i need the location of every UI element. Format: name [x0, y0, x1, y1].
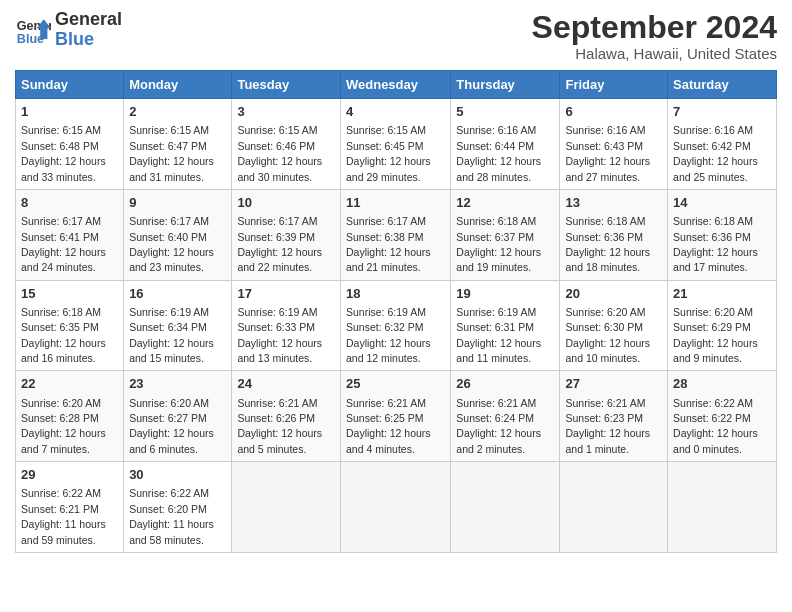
cell-content: Sunrise: 6:21 AMSunset: 6:25 PMDaylight:…	[346, 397, 431, 455]
day-number: 12	[456, 194, 554, 212]
cell-content: Sunrise: 6:18 AMSunset: 6:35 PMDaylight:…	[21, 306, 106, 364]
cell-content: Sunrise: 6:17 AMSunset: 6:39 PMDaylight:…	[237, 215, 322, 273]
cell-content: Sunrise: 6:22 AMSunset: 6:21 PMDaylight:…	[21, 487, 106, 545]
calendar-header-sunday: Sunday	[16, 71, 124, 99]
calendar-cell: 19 Sunrise: 6:19 AMSunset: 6:31 PMDaylig…	[451, 280, 560, 371]
calendar-cell	[340, 462, 450, 553]
calendar-cell: 6 Sunrise: 6:16 AMSunset: 6:43 PMDayligh…	[560, 99, 668, 190]
calendar-cell: 27 Sunrise: 6:21 AMSunset: 6:23 PMDaylig…	[560, 371, 668, 462]
calendar-header-friday: Friday	[560, 71, 668, 99]
day-number: 22	[21, 375, 118, 393]
calendar-header-thursday: Thursday	[451, 71, 560, 99]
calendar-cell: 16 Sunrise: 6:19 AMSunset: 6:34 PMDaylig…	[124, 280, 232, 371]
calendar-cell: 14 Sunrise: 6:18 AMSunset: 6:36 PMDaylig…	[668, 189, 777, 280]
logo-icon: General Blue	[15, 12, 51, 48]
day-number: 14	[673, 194, 771, 212]
calendar-header-tuesday: Tuesday	[232, 71, 341, 99]
calendar-week-3: 15 Sunrise: 6:18 AMSunset: 6:35 PMDaylig…	[16, 280, 777, 371]
cell-content: Sunrise: 6:19 AMSunset: 6:34 PMDaylight:…	[129, 306, 214, 364]
cell-content: Sunrise: 6:17 AMSunset: 6:41 PMDaylight:…	[21, 215, 106, 273]
calendar-cell	[668, 462, 777, 553]
calendar-cell: 11 Sunrise: 6:17 AMSunset: 6:38 PMDaylig…	[340, 189, 450, 280]
logo-text: General Blue	[55, 10, 122, 50]
title-area: September 2024 Halawa, Hawaii, United St…	[532, 10, 777, 62]
cell-content: Sunrise: 6:15 AMSunset: 6:46 PMDaylight:…	[237, 124, 322, 182]
cell-content: Sunrise: 6:18 AMSunset: 6:36 PMDaylight:…	[673, 215, 758, 273]
calendar-cell: 23 Sunrise: 6:20 AMSunset: 6:27 PMDaylig…	[124, 371, 232, 462]
calendar-header-row: SundayMondayTuesdayWednesdayThursdayFrid…	[16, 71, 777, 99]
cell-content: Sunrise: 6:20 AMSunset: 6:27 PMDaylight:…	[129, 397, 214, 455]
cell-content: Sunrise: 6:15 AMSunset: 6:45 PMDaylight:…	[346, 124, 431, 182]
calendar-cell: 29 Sunrise: 6:22 AMSunset: 6:21 PMDaylig…	[16, 462, 124, 553]
svg-text:Blue: Blue	[17, 31, 44, 45]
calendar-cell: 3 Sunrise: 6:15 AMSunset: 6:46 PMDayligh…	[232, 99, 341, 190]
header: General Blue General Blue September 2024…	[15, 10, 777, 62]
calendar-cell: 28 Sunrise: 6:22 AMSunset: 6:22 PMDaylig…	[668, 371, 777, 462]
cell-content: Sunrise: 6:21 AMSunset: 6:26 PMDaylight:…	[237, 397, 322, 455]
cell-content: Sunrise: 6:17 AMSunset: 6:38 PMDaylight:…	[346, 215, 431, 273]
calendar-cell: 8 Sunrise: 6:17 AMSunset: 6:41 PMDayligh…	[16, 189, 124, 280]
calendar-cell: 4 Sunrise: 6:15 AMSunset: 6:45 PMDayligh…	[340, 99, 450, 190]
cell-content: Sunrise: 6:16 AMSunset: 6:42 PMDaylight:…	[673, 124, 758, 182]
day-number: 1	[21, 103, 118, 121]
day-number: 29	[21, 466, 118, 484]
day-number: 3	[237, 103, 335, 121]
day-number: 10	[237, 194, 335, 212]
cell-content: Sunrise: 6:20 AMSunset: 6:28 PMDaylight:…	[21, 397, 106, 455]
day-number: 26	[456, 375, 554, 393]
cell-content: Sunrise: 6:20 AMSunset: 6:30 PMDaylight:…	[565, 306, 650, 364]
calendar-cell: 17 Sunrise: 6:19 AMSunset: 6:33 PMDaylig…	[232, 280, 341, 371]
day-number: 13	[565, 194, 662, 212]
calendar-cell: 15 Sunrise: 6:18 AMSunset: 6:35 PMDaylig…	[16, 280, 124, 371]
day-number: 25	[346, 375, 445, 393]
cell-content: Sunrise: 6:18 AMSunset: 6:36 PMDaylight:…	[565, 215, 650, 273]
calendar-cell: 21 Sunrise: 6:20 AMSunset: 6:29 PMDaylig…	[668, 280, 777, 371]
day-number: 24	[237, 375, 335, 393]
logo: General Blue General Blue	[15, 10, 122, 50]
cell-content: Sunrise: 6:16 AMSunset: 6:43 PMDaylight:…	[565, 124, 650, 182]
cell-content: Sunrise: 6:22 AMSunset: 6:20 PMDaylight:…	[129, 487, 214, 545]
calendar-header-wednesday: Wednesday	[340, 71, 450, 99]
day-number: 6	[565, 103, 662, 121]
cell-content: Sunrise: 6:19 AMSunset: 6:32 PMDaylight:…	[346, 306, 431, 364]
calendar-cell: 13 Sunrise: 6:18 AMSunset: 6:36 PMDaylig…	[560, 189, 668, 280]
cell-content: Sunrise: 6:15 AMSunset: 6:47 PMDaylight:…	[129, 124, 214, 182]
day-number: 28	[673, 375, 771, 393]
calendar-cell: 9 Sunrise: 6:17 AMSunset: 6:40 PMDayligh…	[124, 189, 232, 280]
calendar-cell: 24 Sunrise: 6:21 AMSunset: 6:26 PMDaylig…	[232, 371, 341, 462]
cell-content: Sunrise: 6:19 AMSunset: 6:33 PMDaylight:…	[237, 306, 322, 364]
calendar-cell: 2 Sunrise: 6:15 AMSunset: 6:47 PMDayligh…	[124, 99, 232, 190]
cell-content: Sunrise: 6:17 AMSunset: 6:40 PMDaylight:…	[129, 215, 214, 273]
day-number: 9	[129, 194, 226, 212]
calendar-cell: 5 Sunrise: 6:16 AMSunset: 6:44 PMDayligh…	[451, 99, 560, 190]
cell-content: Sunrise: 6:22 AMSunset: 6:22 PMDaylight:…	[673, 397, 758, 455]
calendar-week-1: 1 Sunrise: 6:15 AMSunset: 6:48 PMDayligh…	[16, 99, 777, 190]
logo-line2: Blue	[55, 30, 122, 50]
day-number: 5	[456, 103, 554, 121]
day-number: 18	[346, 285, 445, 303]
day-number: 4	[346, 103, 445, 121]
cell-content: Sunrise: 6:21 AMSunset: 6:23 PMDaylight:…	[565, 397, 650, 455]
calendar-cell: 12 Sunrise: 6:18 AMSunset: 6:37 PMDaylig…	[451, 189, 560, 280]
day-number: 23	[129, 375, 226, 393]
calendar-week-2: 8 Sunrise: 6:17 AMSunset: 6:41 PMDayligh…	[16, 189, 777, 280]
day-number: 27	[565, 375, 662, 393]
cell-content: Sunrise: 6:18 AMSunset: 6:37 PMDaylight:…	[456, 215, 541, 273]
cell-content: Sunrise: 6:20 AMSunset: 6:29 PMDaylight:…	[673, 306, 758, 364]
cell-content: Sunrise: 6:19 AMSunset: 6:31 PMDaylight:…	[456, 306, 541, 364]
calendar-cell: 20 Sunrise: 6:20 AMSunset: 6:30 PMDaylig…	[560, 280, 668, 371]
day-number: 19	[456, 285, 554, 303]
day-number: 30	[129, 466, 226, 484]
calendar-cell	[232, 462, 341, 553]
calendar-table: SundayMondayTuesdayWednesdayThursdayFrid…	[15, 70, 777, 553]
day-number: 2	[129, 103, 226, 121]
calendar-week-5: 29 Sunrise: 6:22 AMSunset: 6:21 PMDaylig…	[16, 462, 777, 553]
calendar-cell	[451, 462, 560, 553]
page-title: September 2024	[532, 10, 777, 45]
day-number: 17	[237, 285, 335, 303]
calendar-cell: 1 Sunrise: 6:15 AMSunset: 6:48 PMDayligh…	[16, 99, 124, 190]
calendar-cell: 22 Sunrise: 6:20 AMSunset: 6:28 PMDaylig…	[16, 371, 124, 462]
calendar-cell	[560, 462, 668, 553]
day-number: 20	[565, 285, 662, 303]
cell-content: Sunrise: 6:15 AMSunset: 6:48 PMDaylight:…	[21, 124, 106, 182]
